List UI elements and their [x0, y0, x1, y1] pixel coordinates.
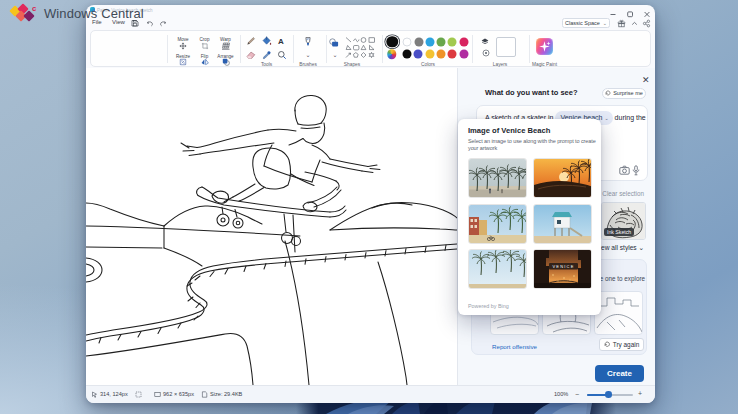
ribbon-toolbar: Move Crop Warp Resize Flip Arrange	[90, 30, 651, 67]
shapes-chevron-icon[interactable]: ⌄	[333, 51, 338, 58]
skater-sketch	[86, 68, 457, 385]
color-swatch[interactable]	[402, 37, 411, 46]
crop-icon[interactable]	[201, 43, 208, 50]
shapes-tool-icon[interactable]	[329, 38, 340, 48]
style-thumbnail[interactable]: Ink Sketch	[601, 202, 646, 240]
divider	[293, 35, 294, 63]
logo-letter-c: c	[32, 4, 36, 13]
surprise-me-button[interactable]: Surprise me	[602, 88, 646, 100]
canvas-size-icon	[154, 391, 161, 398]
create-button[interactable]: Create	[595, 365, 644, 382]
zoom-slider-knob[interactable]	[605, 391, 612, 398]
venice-photo-option[interactable]: VENICE	[533, 249, 592, 289]
camera-icon[interactable]	[619, 165, 630, 175]
photo-thumbnail-art	[534, 205, 592, 244]
canvas-size: 962 × 635px	[163, 391, 194, 397]
selection-size-icon	[135, 391, 142, 398]
zoom-out-button[interactable]: −	[575, 391, 579, 398]
microphone-icon[interactable]	[632, 165, 640, 176]
create-button-label: Create	[607, 369, 632, 378]
flip-icon[interactable]	[201, 59, 209, 66]
colors-group-label: Colors	[421, 62, 435, 67]
divider	[167, 35, 168, 63]
venice-sign-text: VENICE	[552, 264, 574, 269]
layer-target-icon[interactable]	[482, 49, 490, 57]
fill-icon[interactable]	[262, 36, 272, 46]
brush-icon[interactable]	[304, 37, 313, 49]
color-swatch[interactable]	[448, 50, 457, 59]
venice-photo-option[interactable]	[468, 204, 527, 244]
popup-footer: Powered by Bing	[468, 303, 509, 309]
watermark-brand-text: Windows Central	[44, 6, 144, 21]
tools-group-label: Tools	[261, 62, 272, 67]
venice-photo-option[interactable]	[533, 158, 592, 198]
style-name-tag: Ink Sketch	[604, 228, 634, 236]
cursor-position-icon	[91, 391, 98, 398]
panel-close-icon[interactable]: ✕	[642, 76, 650, 84]
chevron-down-icon: ⌄	[603, 20, 607, 26]
brushes-chevron-icon[interactable]: ⌄	[306, 51, 311, 58]
color-swatch[interactable]	[414, 37, 423, 46]
idea-sketch-art	[595, 292, 643, 335]
refresh-icon	[604, 341, 611, 348]
shape-grid[interactable]	[344, 36, 376, 59]
color-swatch-selected[interactable]	[386, 36, 398, 48]
magic-paint-icon[interactable]	[536, 38, 553, 55]
prompt-after: during the	[615, 114, 646, 121]
zoom-level: 100%	[554, 391, 568, 397]
collapse-ribbon-icon[interactable]	[630, 19, 639, 28]
venice-photo-option[interactable]	[533, 204, 592, 244]
color-wheel[interactable]	[387, 49, 397, 59]
gift-icon[interactable]	[617, 19, 626, 28]
chip-chevron-icon: ⌄	[604, 115, 608, 121]
arrange-icon[interactable]	[222, 58, 230, 66]
style-dropdown-label: Classic Space	[565, 20, 600, 26]
divider	[240, 35, 241, 63]
style-dropdown[interactable]: Classic Space ⌄	[562, 18, 610, 28]
drawing-canvas[interactable]	[86, 68, 457, 385]
report-offensive-link[interactable]: Report offensive	[492, 343, 537, 350]
text-tool-icon[interactable]: A	[278, 37, 284, 46]
color-swatch[interactable]	[460, 37, 469, 46]
windows-central-watermark: c Windows Central	[0, 0, 200, 34]
idea-thumbnail[interactable]	[594, 291, 643, 335]
brushes-group-label: Brushes	[299, 62, 317, 67]
color-swatch[interactable]	[414, 50, 423, 59]
venice-photo-option[interactable]	[468, 158, 527, 198]
color-swatch[interactable]	[460, 50, 469, 59]
shapes-group-label: Shapes	[344, 62, 360, 67]
layers-stack-icon[interactable]	[481, 38, 489, 46]
resize-icon[interactable]	[180, 59, 187, 66]
divider	[382, 35, 383, 63]
popup-title: Image of Venice Beach	[468, 126, 550, 135]
color-picker-icon[interactable]	[262, 51, 271, 60]
zoom-in-button[interactable]: +	[638, 390, 642, 397]
share-icon[interactable]	[642, 19, 651, 28]
layers-group-label: Layers	[493, 62, 507, 67]
layer-thumbnail[interactable]	[496, 37, 516, 57]
color-swatch[interactable]	[437, 50, 446, 59]
color-swatch[interactable]	[437, 37, 446, 46]
color-swatch[interactable]	[425, 50, 434, 59]
move-icon[interactable]	[180, 43, 187, 50]
divider	[529, 35, 530, 63]
status-bar: 314, 124px 962 × 635px Size: 29.4KB 100%…	[86, 385, 655, 403]
cursor-position: 314, 124px	[100, 391, 128, 397]
file-size-icon	[201, 391, 208, 398]
desktop: Paint - Venice beach sketch File View	[0, 0, 738, 414]
eraser-icon[interactable]	[246, 51, 256, 60]
photo-thumbnail-art	[469, 250, 527, 289]
warp-icon[interactable]	[221, 42, 230, 50]
try-again-label: Try again	[613, 341, 639, 348]
panel-heading: What do you want to see?	[485, 88, 578, 97]
color-swatch[interactable]	[402, 50, 411, 59]
venice-photo-option[interactable]	[468, 249, 527, 289]
color-swatch[interactable]	[425, 37, 434, 46]
try-again-button[interactable]: Try again	[599, 338, 644, 351]
photo-thumbnail-art	[469, 205, 527, 244]
magic-paint-group-label: Magic Paint	[532, 62, 557, 67]
pencil-icon[interactable]	[247, 37, 256, 46]
surprise-me-label: Surprise me	[613, 90, 643, 96]
magnifier-icon[interactable]	[277, 51, 286, 60]
color-swatch[interactable]	[448, 37, 457, 46]
